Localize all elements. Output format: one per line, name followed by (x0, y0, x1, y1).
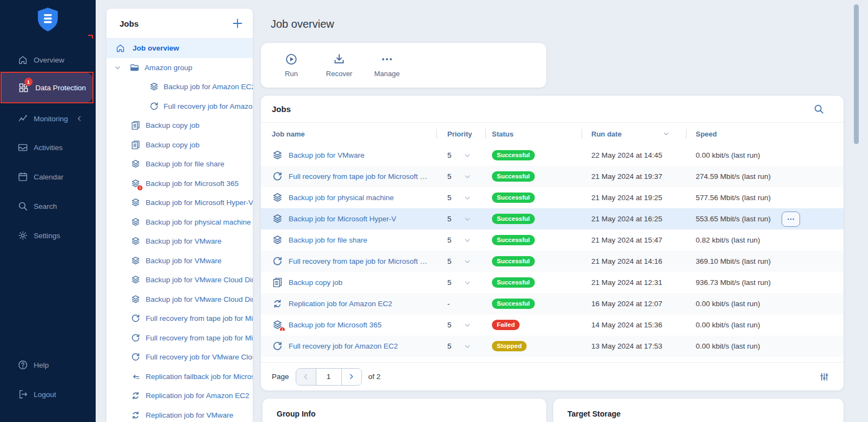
job-name-link[interactable]: Full recovery job for Amazon EC2 (289, 342, 398, 350)
sidebar-item-data-protection[interactable]: 1 Data Protection (2, 73, 92, 102)
job-name-link[interactable]: Backup job for file share (289, 236, 367, 244)
priority-value: 5 (447, 215, 452, 223)
backup-job-icon (272, 234, 283, 246)
sidebar-item-calendar[interactable]: Calendar (0, 169, 96, 185)
run-date: 21 May 2024 at 16:25 (582, 215, 686, 223)
table-row[interactable]: Backup job for file share 5 Successful 2… (261, 229, 844, 251)
table-row[interactable]: Full recovery from tape job for Microsof… (261, 251, 844, 272)
tree-item[interactable]: Backup copy job (107, 116, 253, 135)
table-settings-sliders-icon[interactable] (819, 371, 829, 382)
column-run-date[interactable]: Run date (582, 130, 686, 138)
page-number-input[interactable] (316, 369, 342, 385)
tree-item[interactable]: Backup job for file share (107, 154, 253, 174)
search-icon[interactable] (813, 103, 825, 115)
tree-item[interactable]: ! Backup job for Microsoft 365 (107, 174, 253, 194)
priority-chevron-down-icon[interactable] (464, 152, 471, 159)
priority-chevron-down-icon[interactable] (464, 258, 471, 265)
job-name-link[interactable]: Backup job for VMware (289, 151, 365, 159)
sidebar-item-settings[interactable]: Settings (0, 227, 96, 244)
tree-item[interactable]: Backup job for VMware Cloud Director (107, 290, 253, 309)
table-row-selected[interactable]: Backup job for Microsoft Hyper-V 5 Succe… (261, 208, 844, 229)
tree-item-job-overview[interactable]: Job overview (107, 39, 253, 58)
table-row[interactable]: !Backup job for Microsoft 365 5 Failed 1… (261, 314, 844, 336)
tree-item[interactable]: Replication job for VMware (107, 406, 253, 422)
tree-item[interactable]: Replication failback job for Microsoft H… (107, 367, 253, 387)
column-job-name[interactable]: Job name (261, 130, 436, 138)
table-row[interactable]: Replication job for Amazon EC2 - Success… (261, 293, 844, 314)
row-actions-button[interactable] (782, 212, 800, 227)
tree-item-amazon-group[interactable]: Amazon group (107, 58, 253, 78)
sidebar-item-label: Overview (34, 56, 64, 64)
tree-item[interactable]: Full recovery job for VMware Cloud Direc… (107, 347, 253, 367)
speed-value: 369.10 Mbit/s (last run) (686, 257, 844, 265)
table-row[interactable]: Full recovery from tape job for Microsof… (261, 166, 844, 187)
priority-chevron-down-icon[interactable] (464, 215, 471, 223)
job-name-link[interactable]: Backup job for Microsoft Hyper-V (289, 215, 396, 223)
backup-job-icon (272, 213, 283, 225)
tree-item[interactable]: Backup job for VMware Cloud Director (107, 270, 253, 290)
job-name-link[interactable]: Backup job for Microsoft 365 (289, 321, 382, 329)
tree-item[interactable]: Backup job for Amazon EC2 (107, 77, 253, 97)
add-job-button[interactable] (231, 17, 244, 30)
sidebar-item-label: Search (34, 202, 57, 210)
job-name-link[interactable]: Backup job for physical machine (289, 194, 394, 202)
page-title: Job overview (271, 18, 334, 30)
priority-value: 5 (447, 194, 452, 202)
tree-item[interactable]: Replication job for Amazon EC2 (107, 386, 253, 406)
sidebar-item-overview[interactable]: Overview (0, 52, 96, 68)
tree-item[interactable]: Backup copy job (107, 135, 253, 155)
priority-chevron-down-icon[interactable] (464, 321, 471, 329)
tree-item[interactable]: Backup job for physical machine (107, 213, 253, 232)
job-name-link[interactable]: Full recovery from tape job for Microsof… (289, 172, 429, 181)
backup-job-icon (130, 159, 141, 169)
chevron-down-icon[interactable] (114, 64, 121, 71)
sidebar-item-help[interactable]: Help (0, 357, 96, 373)
priority-chevron-down-icon[interactable] (464, 279, 471, 287)
sidebar-item-logout[interactable]: Logout (0, 386, 96, 402)
backup-job-icon (272, 150, 283, 161)
job-name-link[interactable]: Replication job for Amazon EC2 (289, 300, 392, 308)
tree-item[interactable]: Backup job for Microsoft Hyper-V (107, 193, 253, 213)
column-priority[interactable]: Priority (436, 130, 485, 138)
job-actions-toolbar: Run Recover Manage (261, 43, 546, 88)
jobs-tree-panel: Jobs Job overview Amazon group Backup jo… (107, 9, 253, 422)
column-speed[interactable]: Speed (686, 130, 844, 138)
priority-chevron-down-icon[interactable] (464, 194, 471, 202)
recovery-job-icon (130, 352, 141, 362)
tree-item-label: Backup job for VMware Cloud Director (146, 276, 253, 284)
tree-item[interactable]: Full recovery from tape job for Microsof… (107, 309, 253, 328)
table-row[interactable]: Full recovery job for Amazon EC2 5 Stopp… (261, 336, 844, 357)
manage-button[interactable]: Manage (363, 48, 411, 83)
table-row[interactable]: Backup job for VMware 5 Successful 22 Ma… (261, 145, 844, 166)
run-date: 14 May 2024 at 15:36 (582, 321, 686, 329)
recover-button[interactable]: Recover (315, 48, 363, 83)
tree-item[interactable]: Backup job for VMware (107, 232, 253, 251)
job-name-link[interactable]: Full recovery from tape job for Microsof… (289, 257, 429, 265)
sidebar-item-search[interactable]: Search (0, 198, 96, 214)
notification-badge: 1 (24, 78, 33, 86)
help-icon (17, 359, 28, 370)
status-badge: Successful (492, 277, 535, 288)
priority-chevron-down-icon[interactable] (464, 173, 471, 181)
priority-chevron-down-icon[interactable] (464, 343, 471, 350)
previous-page-button[interactable] (296, 369, 316, 385)
tree-item[interactable]: Backup job for VMware (107, 251, 253, 271)
sort-chevron-down-icon[interactable] (663, 131, 670, 138)
job-name-link[interactable]: Backup copy job (289, 278, 342, 287)
scrollbar-thumb[interactable] (854, 4, 859, 144)
sidebar-item-activities[interactable]: Activities (0, 139, 96, 156)
backup-job-icon (130, 217, 141, 227)
run-button[interactable]: Run (267, 48, 315, 83)
tree-item[interactable]: Full recovery job for Amazon EC2 (107, 97, 253, 116)
table-row[interactable]: Backup job for physical machine 5 Succes… (261, 187, 844, 208)
tree-item[interactable]: Full recovery from tape job for Microsof… (107, 328, 253, 348)
priority-value: 5 (447, 172, 452, 181)
sidebar-item-monitoring[interactable]: Monitoring (0, 110, 96, 127)
next-page-button[interactable] (342, 369, 361, 385)
priority-chevron-down-icon[interactable] (464, 237, 471, 244)
chevron-left-icon[interactable] (76, 115, 83, 122)
folder-icon (129, 63, 140, 73)
column-status[interactable]: Status (485, 130, 582, 138)
table-row[interactable]: Backup copy job 5 Successful 21 May 2024… (261, 272, 844, 293)
group-info-card: Group Info (263, 399, 546, 422)
